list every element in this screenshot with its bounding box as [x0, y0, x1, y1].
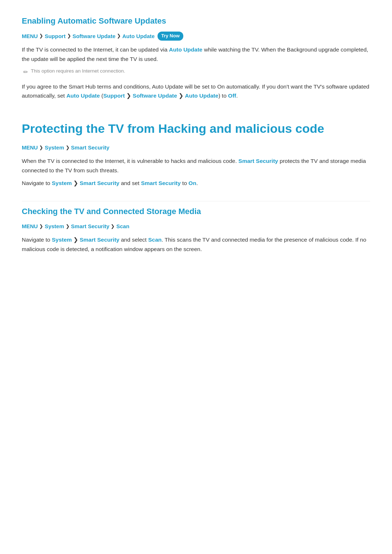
section2-body2-mid: and set	[119, 180, 141, 186]
section-checking-tv: Checking the TV and Connected Storage Me…	[22, 201, 370, 254]
breadcrumb3-sep3: ❯	[111, 223, 115, 230]
section1-auto-update-link3[interactable]: Auto Update	[185, 93, 218, 99]
section3-body1-mid: and select	[119, 237, 148, 243]
section1-body2-sep: ❯	[125, 93, 133, 99]
breadcrumb3-sep2: ❯	[66, 223, 70, 230]
section3-body1-pre: Navigate to	[22, 237, 52, 243]
breadcrumb2-menu[interactable]: MENU	[22, 143, 38, 152]
section2-title: Protecting the TV from Hacking and malic…	[22, 119, 370, 138]
section2-smart-security-link3[interactable]: Smart Security	[141, 180, 180, 186]
section1-title: Enabling Automatic Software Updates	[22, 15, 370, 27]
section1-software-update-link2[interactable]: Software Update	[133, 93, 177, 99]
section3-title: Checking the TV and Connected Storage Me…	[22, 205, 370, 218]
pencil-icon: ✏	[23, 67, 28, 77]
section1-note-text: This option requires an Internet connect…	[31, 67, 125, 75]
section1-body2-mid: (	[100, 93, 103, 99]
section2-system-link[interactable]: System	[52, 180, 72, 186]
breadcrumb-sep1: ❯	[39, 32, 43, 40]
section1-body2-end: ) to	[219, 93, 228, 99]
section3-system-link[interactable]: System	[52, 237, 72, 243]
breadcrumb-support[interactable]: Support	[45, 32, 66, 41]
section2-smart-security-link1[interactable]: Smart Security	[238, 158, 278, 164]
breadcrumb-menu[interactable]: MENU	[22, 32, 38, 41]
breadcrumb2-smart-security[interactable]: Smart Security	[71, 143, 110, 152]
section-protecting-tv: Protecting the TV from Hacking and malic…	[22, 119, 370, 188]
breadcrumb2-system[interactable]: System	[45, 143, 64, 152]
section3-body1-sep: ❯	[72, 237, 80, 243]
breadcrumb3-system[interactable]: System	[45, 222, 64, 231]
section1-body2-period: .	[236, 93, 238, 99]
section2-body2-period: .	[196, 180, 198, 186]
breadcrumb2-sep1: ❯	[39, 144, 43, 152]
breadcrumb3-sep1: ❯	[39, 223, 43, 230]
section1-body2-sep2: ❯	[177, 93, 185, 99]
section3-breadcrumb: MENU ❯ System ❯ Smart Security ❯ Scan	[22, 222, 370, 231]
breadcrumb3-scan[interactable]: Scan	[116, 222, 129, 231]
breadcrumb3-smart-security[interactable]: Smart Security	[71, 222, 110, 231]
section1-auto-update-link1[interactable]: Auto Update	[169, 46, 203, 53]
breadcrumb3-menu[interactable]: MENU	[22, 222, 38, 231]
breadcrumb-sep2: ❯	[67, 32, 71, 40]
section2-body2-pre: Navigate to	[22, 180, 52, 186]
section1-body1-pre: If the TV is connected to the Internet, …	[22, 46, 169, 53]
section2-body1: When the TV is connected to the Internet…	[22, 156, 370, 175]
section1-off-link[interactable]: Off	[228, 93, 236, 99]
section3-scan-link[interactable]: Scan	[148, 237, 162, 243]
section2-body1-pre: When the TV is connected to the Internet…	[22, 158, 238, 164]
section2-on-link[interactable]: On	[188, 180, 196, 186]
breadcrumb-software-update[interactable]: Software Update	[73, 32, 115, 41]
section1-breadcrumb: MENU ❯ Support ❯ Software Update ❯ Auto …	[22, 32, 370, 41]
section1-body1: If the TV is connected to the Internet, …	[22, 45, 370, 63]
breadcrumb2-sep2: ❯	[66, 144, 70, 152]
section2-body2: Navigate to System ❯ Smart Security and …	[22, 178, 370, 188]
section1-auto-update-link2[interactable]: Auto Update	[66, 93, 100, 99]
section1-body2: If you agree to the Smart Hub terms and …	[22, 82, 370, 100]
section1-note-row: ✏ This option requires an Internet conne…	[23, 67, 370, 77]
section2-breadcrumb: MENU ❯ System ❯ Smart Security	[22, 143, 370, 152]
section-enabling-updates: Enabling Automatic Software Updates MENU…	[22, 15, 370, 100]
section2-body2-end: to	[181, 180, 189, 186]
section2-body2-sep: ❯	[72, 180, 80, 186]
section3-smart-security-link[interactable]: Smart Security	[80, 237, 119, 243]
section1-support-link[interactable]: Support	[103, 93, 125, 99]
breadcrumb-auto-update[interactable]: Auto Update	[122, 32, 155, 41]
breadcrumb-sep3: ❯	[117, 32, 121, 40]
try-now-badge[interactable]: Try Now	[158, 32, 183, 41]
section3-body1: Navigate to System ❯ Smart Security and …	[22, 235, 370, 254]
section2-smart-security-link2[interactable]: Smart Security	[80, 180, 119, 186]
